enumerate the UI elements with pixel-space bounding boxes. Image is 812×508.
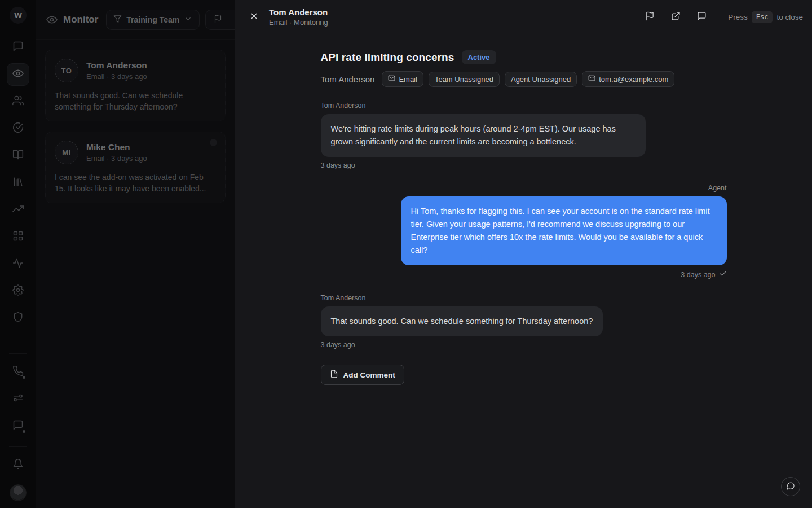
esc-key-badge: Esc: [752, 11, 773, 23]
flag-icon: [645, 11, 655, 23]
open-in-new-button[interactable]: [667, 8, 684, 25]
chat-icon: [697, 11, 707, 23]
esc-hint-suffix: to close: [776, 13, 803, 21]
message-timestamp: 3 days ago: [321, 270, 727, 279]
panel-actions: Press Esc to close: [641, 8, 803, 25]
agent-badge-label: Agent Unassigned: [511, 75, 571, 84]
channel-badge: Email: [382, 71, 423, 87]
message-timestamp: 3 days ago: [321, 161, 727, 169]
message-timestamp: 3 days ago: [321, 341, 727, 349]
channel-badge-label: Email: [399, 75, 417, 84]
ticket-content: API rate limiting concerns Active Tom An…: [321, 50, 727, 385]
message-customer-1: Tom Anderson We're hitting rate limits d…: [321, 102, 727, 169]
message-sender: Tom Anderson: [321, 102, 727, 110]
message-agent: Agent Hi Tom, thanks for flagging this. …: [321, 184, 727, 279]
mail-icon: [388, 75, 395, 84]
conversation-detail-panel: Tom Anderson Email · Monitoring Press Es…: [235, 0, 812, 508]
agent-badge: Agent Unassigned: [505, 72, 577, 87]
esc-hint-press: Press: [728, 13, 748, 21]
email-badge-label: tom.a@example.com: [599, 75, 668, 84]
panel-title: Tom Anderson: [269, 7, 328, 17]
timestamp-text: 3 days ago: [321, 341, 355, 349]
panel-body: API rate limiting concerns Active Tom An…: [235, 34, 812, 508]
add-comment-label: Add Comment: [343, 371, 395, 379]
esc-close-hint: Press Esc to close: [728, 11, 803, 23]
close-button[interactable]: [245, 8, 262, 25]
overlay-backdrop[interactable]: [0, 0, 235, 508]
timestamp-text: 3 days ago: [321, 161, 355, 169]
message-bubble: Hi Tom, thanks for flagging this. I can …: [401, 196, 727, 265]
add-comment-button[interactable]: Add Comment: [321, 365, 404, 385]
ticket-title: API rate limiting concerns: [321, 51, 454, 64]
app-root: w: [0, 0, 812, 508]
close-icon: [249, 11, 259, 23]
message-customer-2: Tom Anderson That sounds good. Can we sc…: [321, 294, 727, 349]
open-chat-button[interactable]: [693, 8, 710, 25]
message-bubble: That sounds good. Can we schedule someth…: [321, 306, 603, 336]
team-badge-label: Team Unassigned: [435, 75, 493, 84]
ticket-title-row: API rate limiting concerns Active: [321, 50, 727, 64]
chat-bubble-icon: [786, 481, 795, 492]
document-icon: [330, 370, 338, 380]
external-link-icon: [671, 11, 681, 23]
flag-conversation-button[interactable]: [641, 8, 658, 25]
panel-header: Tom Anderson Email · Monitoring Press Es…: [235, 0, 812, 34]
timestamp-text: 3 days ago: [681, 271, 715, 279]
panel-subtitle: Email · Monitoring: [269, 18, 328, 27]
message-sender: Agent: [321, 184, 727, 192]
message-sender: Tom Anderson: [321, 294, 727, 302]
email-badge: tom.a@example.com: [582, 71, 674, 87]
customer-name: Tom Anderson: [321, 75, 375, 84]
support-chat-launcher[interactable]: [781, 477, 800, 496]
read-check-icon: [719, 270, 727, 279]
ticket-meta-row: Tom Anderson Email Team Unassigned Agent…: [321, 71, 727, 87]
message-bubble: We're hitting rate limits during peak ho…: [321, 114, 646, 157]
team-badge: Team Unassigned: [429, 72, 500, 87]
mail-icon: [588, 75, 595, 84]
status-badge: Active: [462, 50, 496, 64]
